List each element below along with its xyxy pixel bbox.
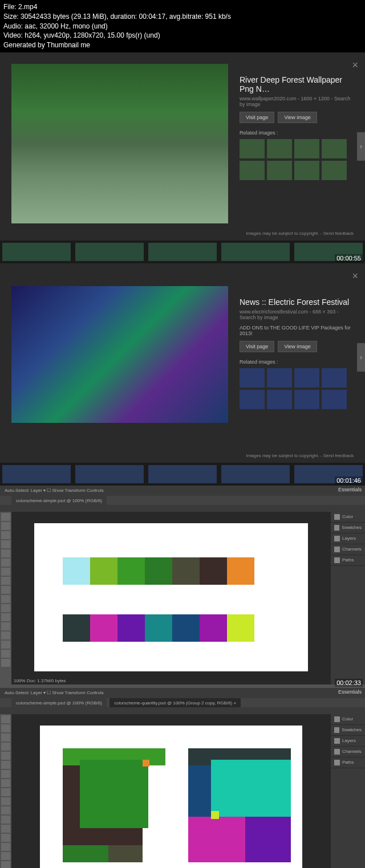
view-image-button[interactable]: View image	[278, 112, 317, 123]
tool-icon[interactable]	[1, 743, 10, 751]
color-swatch[interactable]	[90, 614, 117, 642]
related-thumb[interactable]	[294, 390, 319, 409]
next-arrow-icon[interactable]: ›	[357, 343, 365, 372]
document-tab[interactable]: colorscheme-simple.psd @ 100% (RGB/8)	[11, 698, 107, 707]
strip-thumb[interactable]	[148, 465, 217, 483]
related-thumb[interactable]	[322, 368, 347, 388]
color-swatch[interactable]	[172, 614, 200, 642]
channels-panel[interactable]: Channels	[331, 747, 365, 757]
view-image-button[interactable]: View image	[278, 341, 317, 352]
tool-icon[interactable]	[1, 568, 10, 576]
color-swatch[interactable]	[90, 557, 117, 585]
tool-icon[interactable]	[1, 852, 10, 860]
related-thumb[interactable]	[240, 139, 265, 158]
color-swatch[interactable]	[172, 557, 200, 585]
tool-icon[interactable]	[1, 779, 10, 787]
close-icon[interactable]: ×	[352, 59, 358, 71]
tool-icon[interactable]	[1, 586, 10, 594]
paths-panel[interactable]: Paths	[331, 757, 365, 768]
tool-icon[interactable]	[1, 622, 10, 630]
tool-icon[interactable]	[1, 752, 10, 760]
strip-thumb[interactable]	[221, 465, 290, 483]
color-swatch[interactable]	[227, 557, 254, 585]
tool-icon[interactable]	[1, 816, 10, 824]
tool-icon[interactable]	[1, 577, 10, 585]
tool-icon[interactable]	[1, 522, 10, 530]
swatches-panel[interactable]: Swatches	[331, 523, 365, 533]
tool-icon[interactable]	[1, 641, 10, 649]
tool-icon[interactable]	[1, 540, 10, 548]
layers-panel[interactable]: Layers	[331, 533, 365, 544]
workspace-label[interactable]: Essentials	[338, 487, 362, 492]
related-thumb[interactable]	[267, 139, 292, 158]
document-tab-active[interactable]: colorscheme-quantity.psd @ 100% (Group 2…	[110, 698, 241, 707]
swatches-panel[interactable]: Swatches	[331, 725, 365, 736]
visit-page-button[interactable]: Visit page	[240, 112, 274, 123]
tool-icon[interactable]	[1, 788, 10, 796]
options-bar[interactable]: Auto-Select: Layer ▾ ☐ Show Transform Co…	[0, 688, 365, 698]
tool-icon[interactable]	[1, 825, 10, 833]
color-swatch[interactable]	[200, 557, 227, 585]
tool-icon[interactable]	[1, 531, 10, 539]
tool-icon[interactable]	[1, 595, 10, 603]
related-thumb[interactable]	[267, 390, 292, 409]
tool-icon[interactable]	[1, 604, 10, 612]
color-panel[interactable]: Color	[331, 714, 365, 725]
tool-icon[interactable]	[1, 861, 10, 868]
tool-icon[interactable]	[1, 761, 10, 769]
related-thumb[interactable]	[322, 161, 347, 180]
canvas[interactable]	[34, 523, 308, 671]
color-swatch[interactable]	[117, 614, 145, 642]
tool-icon[interactable]	[1, 770, 10, 778]
color-swatch[interactable]	[117, 557, 145, 585]
document-tab[interactable]: colorscheme-simple.psd @ 100% (RGB/8)	[11, 496, 107, 505]
next-arrow-icon[interactable]: ›	[357, 132, 365, 161]
move-tool-icon[interactable]	[1, 715, 10, 723]
visit-page-button[interactable]: Visit page	[240, 341, 274, 352]
tool-icon[interactable]	[1, 724, 10, 732]
color-swatch[interactable]	[63, 614, 90, 642]
color-swatch[interactable]	[200, 614, 227, 642]
options-bar[interactable]: Auto-Select: Layer ▾ ☐ Show Transform Co…	[0, 486, 365, 496]
related-thumb[interactable]	[267, 368, 292, 388]
strip-thumb[interactable]	[75, 465, 144, 483]
tool-icon[interactable]	[1, 631, 10, 639]
strip-thumb[interactable]	[148, 243, 217, 261]
move-tool-icon[interactable]	[1, 513, 10, 521]
related-thumb[interactable]	[294, 368, 319, 388]
related-thumb[interactable]	[240, 390, 265, 409]
strip-thumb[interactable]	[75, 243, 144, 261]
related-thumb[interactable]	[322, 139, 347, 158]
related-thumb[interactable]	[240, 368, 265, 388]
close-icon[interactable]: ×	[352, 270, 358, 282]
related-thumb[interactable]	[240, 161, 265, 180]
channels-panel[interactable]: Channels	[331, 544, 365, 555]
composition-1[interactable]	[63, 748, 165, 862]
canvas-area[interactable]: 100% Doc: 1.37M/0 bytes	[11, 512, 331, 684]
tool-icon[interactable]	[1, 806, 10, 814]
tools-panel[interactable]	[0, 714, 11, 868]
related-thumb[interactable]	[267, 161, 292, 180]
workspace-label[interactable]: Essentials	[338, 689, 362, 695]
tool-icon[interactable]	[1, 733, 10, 741]
canvas[interactable]	[40, 726, 302, 868]
tools-panel[interactable]	[0, 512, 11, 684]
color-swatch[interactable]	[63, 557, 90, 585]
strip-thumb[interactable]	[221, 243, 290, 261]
composition-2[interactable]	[188, 748, 291, 862]
layers-panel[interactable]: Layers	[331, 736, 365, 747]
color-swatch[interactable]	[145, 614, 172, 642]
strip-thumb[interactable]	[2, 465, 71, 483]
color-panel[interactable]: Color	[331, 512, 365, 523]
tool-icon[interactable]	[1, 549, 10, 557]
tool-icon[interactable]	[1, 843, 10, 851]
related-thumb[interactable]	[322, 390, 347, 409]
tool-icon[interactable]	[1, 797, 10, 805]
canvas-area[interactable]: 100% Doc: 1.37M/0 bytes	[11, 714, 331, 868]
color-swatch[interactable]	[227, 614, 254, 642]
tool-icon[interactable]	[1, 659, 10, 667]
tool-icon[interactable]	[1, 650, 10, 658]
tool-icon[interactable]	[1, 834, 10, 842]
color-swatch[interactable]	[145, 557, 172, 585]
preview-image-electric[interactable]	[11, 286, 228, 423]
